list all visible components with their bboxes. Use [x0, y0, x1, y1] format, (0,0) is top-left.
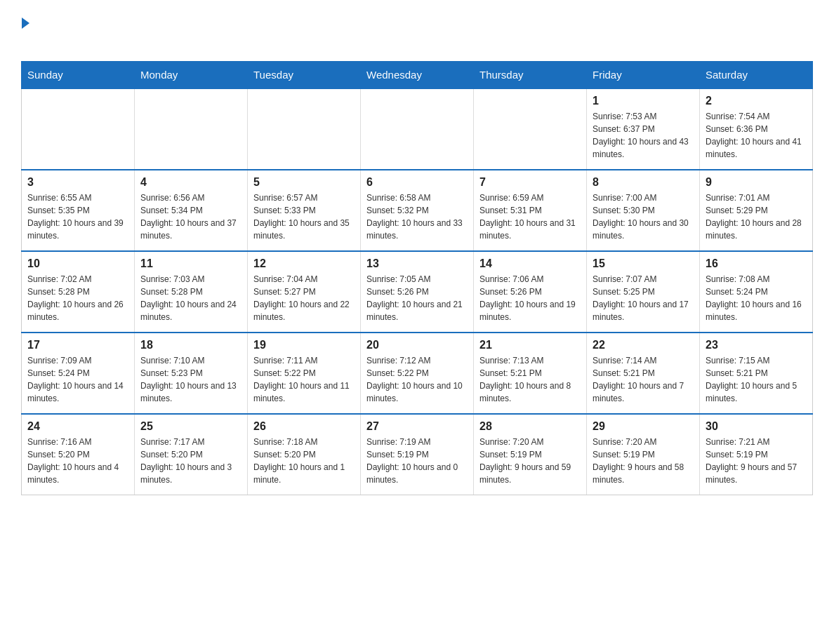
calendar-cell: 26Sunrise: 7:18 AMSunset: 5:20 PMDayligh…: [248, 414, 361, 495]
calendar-cell: 13Sunrise: 7:05 AMSunset: 5:26 PMDayligh…: [361, 251, 474, 333]
weekday-header-wednesday: Wednesday: [361, 62, 474, 89]
calendar-cell: 2Sunrise: 7:54 AMSunset: 6:36 PMDaylight…: [700, 88, 813, 170]
day-info: Sunrise: 7:00 AMSunset: 5:30 PMDaylight:…: [593, 192, 694, 242]
day-number: 21: [479, 339, 581, 351]
day-number: 8: [593, 176, 694, 189]
weekday-header-row: SundayMondayTuesdayWednesdayThursdayFrid…: [22, 62, 813, 89]
calendar-cell: 3Sunrise: 6:55 AMSunset: 5:35 PMDaylight…: [22, 170, 135, 251]
day-info: Sunrise: 7:54 AMSunset: 6:36 PMDaylight:…: [706, 110, 807, 161]
calendar-cell: 27Sunrise: 7:19 AMSunset: 5:19 PMDayligh…: [361, 414, 474, 495]
day-number: 3: [27, 176, 128, 189]
calendar-cell: 4Sunrise: 6:56 AMSunset: 5:34 PMDaylight…: [135, 170, 248, 251]
day-info: Sunrise: 7:16 AMSunset: 5:20 PMDaylight:…: [27, 436, 128, 486]
day-info: Sunrise: 7:17 AMSunset: 5:20 PMDaylight:…: [140, 436, 241, 486]
day-info: Sunrise: 7:09 AMSunset: 5:24 PMDaylight:…: [27, 354, 128, 405]
calendar-cell: 21Sunrise: 7:13 AMSunset: 5:21 PMDayligh…: [474, 333, 587, 414]
day-number: 22: [593, 339, 694, 351]
calendar-table: SundayMondayTuesdayWednesdayThursdayFrid…: [21, 61, 813, 495]
day-number: 30: [706, 420, 807, 433]
calendar-cell: 5Sunrise: 6:57 AMSunset: 5:33 PMDaylight…: [248, 170, 361, 251]
calendar-cell: 8Sunrise: 7:00 AMSunset: 5:30 PMDaylight…: [587, 170, 700, 251]
calendar-cell: 17Sunrise: 7:09 AMSunset: 5:24 PMDayligh…: [22, 333, 135, 414]
calendar-cell: 22Sunrise: 7:14 AMSunset: 5:21 PMDayligh…: [587, 333, 700, 414]
day-number: 27: [366, 420, 468, 433]
page-header: [21, 14, 813, 47]
day-info: Sunrise: 7:01 AMSunset: 5:29 PMDaylight:…: [706, 192, 807, 242]
day-number: 12: [253, 257, 355, 270]
day-info: Sunrise: 7:02 AMSunset: 5:28 PMDaylight:…: [27, 273, 128, 323]
calendar-cell: 24Sunrise: 7:16 AMSunset: 5:20 PMDayligh…: [22, 414, 135, 495]
day-info: Sunrise: 7:12 AMSunset: 5:22 PMDaylight:…: [366, 354, 468, 405]
day-number: 17: [27, 339, 128, 351]
day-number: 19: [253, 339, 355, 351]
day-number: 15: [593, 257, 694, 270]
day-number: 23: [706, 339, 807, 351]
calendar-week-1: 1Sunrise: 7:53 AMSunset: 6:37 PMDaylight…: [22, 88, 813, 170]
logo: [21, 14, 29, 47]
calendar-cell: [474, 88, 587, 170]
day-info: Sunrise: 7:04 AMSunset: 5:27 PMDaylight:…: [253, 273, 355, 323]
calendar-cell: 12Sunrise: 7:04 AMSunset: 5:27 PMDayligh…: [248, 251, 361, 333]
calendar-cell: 1Sunrise: 7:53 AMSunset: 6:37 PMDaylight…: [587, 88, 700, 170]
day-info: Sunrise: 6:58 AMSunset: 5:32 PMDaylight:…: [366, 192, 468, 242]
day-info: Sunrise: 7:06 AMSunset: 5:26 PMDaylight:…: [479, 273, 581, 323]
calendar-week-5: 24Sunrise: 7:16 AMSunset: 5:20 PMDayligh…: [22, 414, 813, 495]
logo-arrow-icon: [22, 18, 29, 29]
weekday-header-saturday: Saturday: [700, 62, 813, 89]
day-info: Sunrise: 7:03 AMSunset: 5:28 PMDaylight:…: [140, 273, 241, 323]
calendar-cell: 28Sunrise: 7:20 AMSunset: 5:19 PMDayligh…: [474, 414, 587, 495]
calendar-cell: [22, 88, 135, 170]
day-number: 4: [140, 176, 241, 189]
day-info: Sunrise: 7:08 AMSunset: 5:24 PMDaylight:…: [706, 273, 807, 323]
day-number: 9: [706, 176, 807, 189]
day-info: Sunrise: 7:20 AMSunset: 5:19 PMDaylight:…: [479, 436, 581, 486]
day-info: Sunrise: 7:14 AMSunset: 5:21 PMDaylight:…: [593, 354, 694, 405]
day-info: Sunrise: 7:18 AMSunset: 5:20 PMDaylight:…: [253, 436, 355, 486]
day-info: Sunrise: 7:10 AMSunset: 5:23 PMDaylight:…: [140, 354, 241, 405]
calendar-cell: 29Sunrise: 7:20 AMSunset: 5:19 PMDayligh…: [587, 414, 700, 495]
calendar-cell: 11Sunrise: 7:03 AMSunset: 5:28 PMDayligh…: [135, 251, 248, 333]
calendar-cell: 7Sunrise: 6:59 AMSunset: 5:31 PMDaylight…: [474, 170, 587, 251]
calendar-cell: 23Sunrise: 7:15 AMSunset: 5:21 PMDayligh…: [700, 333, 813, 414]
day-number: 16: [706, 257, 807, 270]
calendar-cell: 25Sunrise: 7:17 AMSunset: 5:20 PMDayligh…: [135, 414, 248, 495]
day-info: Sunrise: 7:05 AMSunset: 5:26 PMDaylight:…: [366, 273, 468, 323]
calendar-cell: 6Sunrise: 6:58 AMSunset: 5:32 PMDaylight…: [361, 170, 474, 251]
calendar-cell: [361, 88, 474, 170]
weekday-header-tuesday: Tuesday: [248, 62, 361, 89]
day-number: 29: [593, 420, 694, 433]
day-number: 26: [253, 420, 355, 433]
weekday-header-thursday: Thursday: [474, 62, 587, 89]
calendar-cell: 15Sunrise: 7:07 AMSunset: 5:25 PMDayligh…: [587, 251, 700, 333]
weekday-header-monday: Monday: [135, 62, 248, 89]
day-number: 14: [479, 257, 581, 270]
calendar-week-2: 3Sunrise: 6:55 AMSunset: 5:35 PMDaylight…: [22, 170, 813, 251]
calendar-week-4: 17Sunrise: 7:09 AMSunset: 5:24 PMDayligh…: [22, 333, 813, 414]
weekday-header-sunday: Sunday: [22, 62, 135, 89]
day-info: Sunrise: 7:07 AMSunset: 5:25 PMDaylight:…: [593, 273, 694, 323]
day-number: 10: [27, 257, 128, 270]
day-number: 28: [479, 420, 581, 433]
day-number: 6: [366, 176, 468, 189]
calendar-week-3: 10Sunrise: 7:02 AMSunset: 5:28 PMDayligh…: [22, 251, 813, 333]
weekday-header-friday: Friday: [587, 62, 700, 89]
day-info: Sunrise: 7:53 AMSunset: 6:37 PMDaylight:…: [593, 110, 694, 161]
day-info: Sunrise: 6:59 AMSunset: 5:31 PMDaylight:…: [479, 192, 581, 242]
calendar-cell: 9Sunrise: 7:01 AMSunset: 5:29 PMDaylight…: [700, 170, 813, 251]
day-info: Sunrise: 7:15 AMSunset: 5:21 PMDaylight:…: [706, 354, 807, 405]
day-info: Sunrise: 7:11 AMSunset: 5:22 PMDaylight:…: [253, 354, 355, 405]
calendar-cell: 30Sunrise: 7:21 AMSunset: 5:19 PMDayligh…: [700, 414, 813, 495]
day-info: Sunrise: 7:13 AMSunset: 5:21 PMDaylight:…: [479, 354, 581, 405]
calendar-cell: 14Sunrise: 7:06 AMSunset: 5:26 PMDayligh…: [474, 251, 587, 333]
calendar-cell: 10Sunrise: 7:02 AMSunset: 5:28 PMDayligh…: [22, 251, 135, 333]
day-number: 11: [140, 257, 241, 270]
day-info: Sunrise: 7:20 AMSunset: 5:19 PMDaylight:…: [593, 436, 694, 486]
day-number: 24: [27, 420, 128, 433]
day-number: 13: [366, 257, 468, 270]
day-info: Sunrise: 6:57 AMSunset: 5:33 PMDaylight:…: [253, 192, 355, 242]
day-number: 7: [479, 176, 581, 189]
calendar-cell: 19Sunrise: 7:11 AMSunset: 5:22 PMDayligh…: [248, 333, 361, 414]
day-info: Sunrise: 7:21 AMSunset: 5:19 PMDaylight:…: [706, 436, 807, 486]
day-info: Sunrise: 7:19 AMSunset: 5:19 PMDaylight:…: [366, 436, 468, 486]
day-number: 2: [706, 95, 807, 107]
